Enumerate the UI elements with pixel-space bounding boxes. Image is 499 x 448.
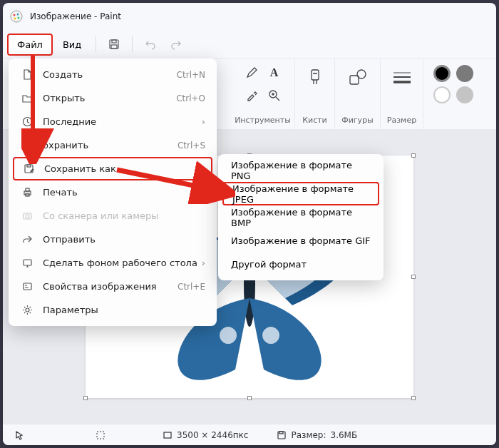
svg-point-4 — [14, 18, 16, 20]
file-size: Размер: 3.6МБ — [277, 430, 357, 440]
cursor-tool-indicator — [14, 430, 24, 440]
camera-icon — [20, 210, 34, 221]
submenu-item-other[interactable]: Другой формат — [222, 253, 379, 276]
brush-icon[interactable] — [302, 65, 328, 91]
clock-icon — [20, 116, 34, 127]
new-file-icon — [20, 69, 34, 80]
color-swatch[interactable] — [456, 86, 473, 103]
svg-rect-22 — [26, 141, 29, 143]
ribbon-group-size: Размер — [381, 59, 423, 129]
redo-button[interactable] — [164, 34, 188, 55]
svg-rect-21 — [24, 141, 31, 149]
separator — [132, 36, 133, 52]
size-icon[interactable] — [389, 65, 415, 91]
chevron-right-icon: › — [202, 116, 205, 127]
chevron-right-icon: › — [202, 187, 205, 198]
svg-rect-24 — [27, 165, 31, 167]
text-icon[interactable]: A — [267, 65, 282, 81]
titlebar: Изображение - Paint — [3, 3, 496, 30]
color-primary[interactable] — [433, 65, 451, 82]
ribbon-label: Кисти — [302, 116, 327, 125]
svg-point-1 — [14, 14, 16, 16]
svg-point-0 — [11, 11, 22, 22]
menu-item-properties[interactable]: Свойства изображения Ctrl+E — [13, 275, 212, 298]
color-swatch[interactable] — [456, 65, 473, 82]
submenu-item-bmp[interactable]: Изображение в формате BMP — [222, 205, 379, 229]
svg-point-11 — [357, 70, 366, 78]
menu-item-scanner: Со сканера или камеры — [13, 204, 212, 228]
menu-item-send[interactable]: Отправить — [13, 228, 212, 251]
svg-rect-6 — [112, 40, 116, 43]
svg-rect-7 — [111, 45, 117, 49]
separator — [96, 36, 96, 52]
ribbon-label: Фигуры — [341, 116, 374, 125]
eyedropper-icon[interactable] — [244, 88, 259, 103]
menu-item-wallpaper[interactable]: Сделать фоном рабочего стола › — [13, 251, 212, 275]
pencil-icon[interactable] — [244, 65, 259, 81]
paint-app-icon — [10, 10, 23, 23]
menu-item-recent[interactable]: Последние › — [13, 110, 212, 133]
gear-icon — [20, 305, 34, 315]
menu-item-settings[interactable]: Параметры — [13, 298, 212, 322]
ribbon-group-colors — [423, 59, 483, 129]
share-icon — [20, 234, 34, 245]
submenu-item-jpeg[interactable]: Изображение в формате JPEG — [222, 182, 379, 205]
menu-item-print[interactable]: Печать › — [13, 180, 212, 204]
window-title: Изображение - Paint — [30, 11, 121, 21]
save-icon — [20, 140, 34, 151]
desktop-icon — [20, 258, 34, 268]
menu-item-save[interactable]: охранить Ctrl+S — [13, 133, 212, 157]
submenu-item-gif[interactable]: Изображение в формате GIF — [222, 229, 379, 253]
svg-rect-16 — [97, 432, 104, 439]
properties-icon — [20, 281, 34, 292]
svg-point-32 — [26, 308, 29, 312]
svg-point-29 — [26, 215, 29, 218]
ribbon-group-brushes: Кисти — [295, 59, 335, 129]
ribbon-group-shapes: Фигуры — [335, 59, 381, 129]
save-button[interactable] — [102, 34, 126, 55]
magnify-icon[interactable] — [267, 88, 282, 103]
svg-rect-30 — [24, 260, 31, 265]
svg-rect-17 — [164, 432, 171, 438]
selection-indicator — [96, 430, 106, 440]
svg-rect-10 — [350, 76, 359, 84]
svg-rect-31 — [24, 283, 31, 290]
menu-item-save-as[interactable]: Сохранить как › — [13, 157, 212, 180]
ribbon-group-tools: A Инструменты — [231, 59, 295, 129]
print-icon — [20, 187, 34, 198]
svg-rect-26 — [26, 188, 29, 191]
ribbon-label: Размер — [387, 116, 416, 125]
submenu-item-png[interactable]: Изображение в формате PNG — [222, 158, 379, 182]
svg-rect-19 — [279, 432, 283, 434]
menu-file[interactable]: Файл — [7, 34, 53, 56]
menu-view[interactable]: Вид — [54, 35, 90, 54]
menubar: Файл Вид — [3, 30, 496, 58]
svg-point-2 — [17, 14, 19, 16]
folder-open-icon — [20, 93, 34, 103]
save-as-icon — [21, 163, 36, 174]
menu-item-open[interactable]: Открыть Ctrl+O — [13, 86, 212, 110]
canvas-dimensions: 3500 × 2446пкс — [163, 430, 248, 440]
svg-point-3 — [18, 17, 20, 19]
save-as-submenu: Изображение в формате PNG Изображение в … — [218, 154, 384, 280]
chevron-right-icon: › — [200, 163, 204, 174]
ribbon-label: Инструменты — [235, 116, 291, 125]
statusbar: 3500 × 2446пкс Размер: 3.6МБ — [3, 424, 496, 445]
color-secondary[interactable] — [433, 86, 451, 103]
file-menu: Создать Ctrl+N Открыть Ctrl+O Последние … — [9, 58, 217, 326]
shapes-icon[interactable] — [345, 65, 371, 91]
svg-rect-9 — [312, 70, 319, 80]
menu-item-new[interactable]: Создать Ctrl+N — [13, 63, 212, 86]
undo-button[interactable] — [138, 34, 163, 55]
chevron-right-icon: › — [202, 258, 205, 268]
